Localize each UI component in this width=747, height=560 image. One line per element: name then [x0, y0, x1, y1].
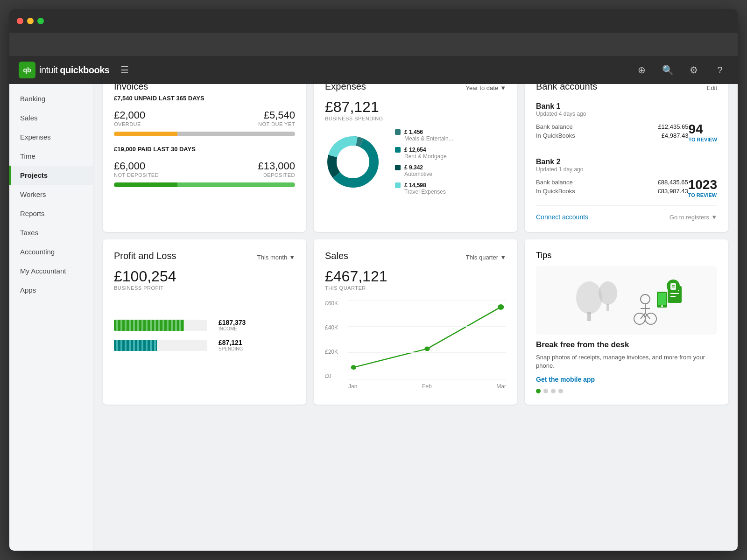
go-registers-link[interactable]: Go to registers ▼ — [669, 214, 717, 221]
svg-point-5 — [337, 146, 369, 178]
bank1-review-count: 94 — [688, 122, 717, 137]
add-icon[interactable]: ⊕ — [633, 62, 650, 78]
invoices-card: Invoices £7,540 UNPAID LAST 365 DAYS £2,… — [103, 70, 306, 232]
income-label: INCOME — [218, 326, 246, 331]
sidebar-item-banking[interactable]: Banking — [9, 89, 93, 108]
help-icon[interactable]: ? — [712, 62, 728, 78]
sidebar-item-time[interactable]: Time — [9, 147, 93, 166]
svg-point-9 — [576, 281, 602, 314]
bank2-review: 1023 TO REVIEW — [688, 177, 717, 198]
edit-button[interactable]: Edit — [707, 84, 717, 91]
tip-dot-3[interactable] — [551, 389, 556, 393]
not-deposited-bar-fill — [114, 182, 177, 187]
chevron-down-icon: ▼ — [500, 254, 506, 261]
tip-dot-4[interactable] — [558, 389, 563, 393]
sales-filter-button[interactable]: This quarter ▼ — [466, 254, 506, 261]
legend-item-meals: £ 1,456 Meals & Entertain... — [395, 129, 506, 142]
bank1-review-label[interactable]: TO REVIEW — [688, 137, 717, 142]
bank-footer: Connect accounts Go to registers ▼ — [536, 213, 717, 221]
chart-x-labels: Jan Feb Mar — [348, 383, 506, 390]
svg-rect-12 — [606, 304, 609, 311]
income-amount: £187,373 — [218, 319, 246, 326]
pnl-profit: £100,254 — [114, 268, 295, 285]
pnl-filter-button[interactable]: This month ▼ — [257, 254, 295, 261]
sales-chart: £60K £40K £20K £0 — [325, 300, 506, 393]
sidebar-item-taxes[interactable]: Taxes — [9, 223, 93, 242]
sidebar-item-accounting[interactable]: Accounting — [9, 242, 93, 261]
sidebar-item-my-accountant[interactable]: My Accountant — [9, 261, 93, 280]
settings-icon[interactable]: ⚙ — [685, 62, 702, 78]
qb-logo-text: intuit quickbooks — [39, 65, 109, 76]
sidebar-item-expenses[interactable]: Expenses — [9, 127, 93, 147]
maximize-button[interactable] — [37, 18, 44, 24]
legend-item-auto: £ 9,342 Automotive — [395, 164, 506, 177]
tips-dots — [536, 389, 717, 393]
sales-header: Sales This quarter ▼ — [325, 251, 506, 264]
grid-line-40k — [348, 326, 506, 327]
sidebar-item-reports[interactable]: Reports — [9, 204, 93, 223]
pnl-title: Profit and Loss — [114, 251, 176, 261]
paid-label: £19,000 PAID LAST 30 DAYS — [114, 146, 295, 153]
svg-point-6 — [351, 365, 356, 370]
deposited-progress-bar — [114, 182, 295, 187]
chart-inner — [348, 300, 506, 379]
bank2-review-label[interactable]: TO REVIEW — [688, 192, 717, 198]
pnl-profit-label: BUSINESS PROFIT — [114, 285, 295, 291]
tips-description: Snap photos of receipts, manage invoices… — [536, 353, 717, 370]
bank2-info-row: Bank balance £88,435.65 In QuickBooks £8… — [536, 177, 717, 198]
bank1-name: Bank 1 — [536, 102, 717, 111]
sidebar-item-workers[interactable]: Workers — [9, 185, 93, 204]
connect-accounts-link[interactable]: Connect accounts — [536, 213, 588, 221]
grid-line-20k — [348, 352, 506, 353]
svg-rect-10 — [587, 312, 591, 321]
sidebar-item-apps[interactable]: Apps — [9, 280, 93, 300]
sidebar-item-projects[interactable]: Projects — [9, 166, 93, 185]
main-content: Invoices £7,540 UNPAID LAST 365 DAYS £2,… — [93, 61, 738, 551]
sidebar-item-sales[interactable]: Sales — [9, 108, 93, 127]
bank1-section: Bank 1 Updated 4 days ago Bank balance £… — [536, 102, 717, 150]
tip-dot-1[interactable] — [536, 389, 541, 393]
expenses-filter-button[interactable]: Year to date ▼ — [465, 84, 506, 91]
tips-cta-link[interactable]: Get the mobile app — [536, 376, 717, 383]
topbar-left: qb intuit quickbooks ☰ — [19, 61, 133, 79]
tips-svg — [566, 272, 687, 328]
deposited-bar-fill — [177, 182, 295, 187]
overdue-progress-bar — [114, 132, 295, 136]
legend-item-rent: £ 12,654 Rent & Mortgage — [395, 147, 506, 160]
layout: Dashboard Banking Sales Expenses Time Pr… — [9, 33, 738, 551]
income-bar-row: £187,373 INCOME — [114, 319, 295, 331]
grid-line-60k — [348, 300, 506, 301]
tips-headline: Break free from the desk — [536, 340, 717, 350]
legend-dot-travel — [395, 182, 401, 188]
tips-card: Tips — [525, 239, 728, 405]
spending-amount: £87,121 — [218, 339, 243, 346]
close-button[interactable] — [17, 18, 23, 24]
pnl-header: Profit and Loss This month ▼ — [114, 251, 295, 264]
expenses-legend: £ 1,456 Meals & Entertain... £ 12,654 Re… — [395, 129, 506, 200]
spending-label: SPENDING — [218, 346, 243, 351]
bank2-name: Bank 2 — [536, 158, 717, 166]
spending-bar-track — [114, 340, 207, 351]
bank-accounts-card: Bank accounts Edit Bank 1 Updated 4 days… — [525, 70, 728, 232]
bank1-review: 94 TO REVIEW — [688, 122, 717, 142]
dashboard-grid: Invoices £7,540 UNPAID LAST 365 DAYS £2,… — [103, 70, 728, 405]
bank2-updated: Updated 1 day ago — [536, 166, 717, 173]
menu-icon[interactable]: ☰ — [117, 61, 133, 79]
titlebar — [9, 9, 738, 33]
svg-point-7 — [424, 346, 430, 351]
bank2-balances: Bank balance £88,435.65 In QuickBooks £8… — [536, 179, 688, 196]
qb-logo: qb intuit quickbooks — [19, 62, 109, 78]
minimize-button[interactable] — [27, 18, 34, 24]
income-bar-track — [114, 320, 207, 331]
spending-bar-row: £87,121 SPENDING — [114, 339, 295, 351]
tip-dot-2[interactable] — [543, 389, 548, 393]
bank2-section: Bank 2 Updated 1 day ago Bank balance £8… — [536, 158, 717, 206]
search-icon[interactable]: 🔍 — [659, 62, 676, 78]
invoice-deposited-row: £6,000 NOT DEPOSITED £13,000 DEPOSITED — [114, 160, 295, 181]
bank1-updated: Updated 4 days ago — [536, 111, 717, 117]
tips-title: Tips — [536, 251, 717, 260]
expenses-donut-chart — [325, 134, 386, 195]
pnl-bars: £187,373 INCOME — [114, 319, 295, 351]
legend-dot-auto — [395, 165, 401, 170]
svg-point-11 — [599, 281, 617, 305]
